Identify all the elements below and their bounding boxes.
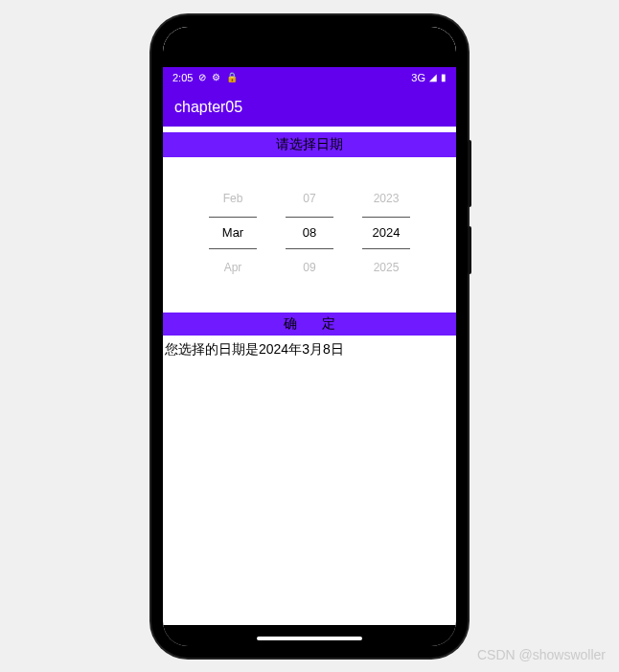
side-button (468, 140, 471, 207)
side-button (468, 226, 471, 274)
year-next[interactable]: 2025 (374, 255, 400, 280)
day-prev[interactable]: 07 (303, 186, 315, 211)
app-bar: chapter05 (163, 88, 456, 127)
confirm-button[interactable]: 确定 (163, 313, 456, 336)
lock-icon: 🔒 (226, 72, 238, 82)
status-bar: 2:05 ⊘ ⚙ 🔒 3G ◢ ▮ (163, 67, 456, 88)
status-network: 3G (411, 72, 425, 83)
nav-bar-handle[interactable] (257, 637, 362, 640)
year-prev[interactable]: 2023 (374, 186, 400, 211)
month-next[interactable]: Apr (224, 255, 242, 280)
year-selected[interactable]: 2024 (362, 217, 410, 249)
date-header: 请选择日期 (163, 132, 456, 157)
gear-icon: ⚙ (212, 72, 220, 82)
status-time: 2:05 (172, 72, 193, 83)
do-not-disturb-icon: ⊘ (198, 72, 206, 82)
month-prev[interactable]: Feb (223, 186, 243, 211)
signal-icon: ◢ (429, 72, 437, 82)
year-wheel[interactable]: 2023 2024 2025 (362, 186, 410, 280)
result-text: 您选择的日期是2024年3月8日 (163, 336, 456, 364)
battery-icon: ▮ (441, 72, 447, 82)
screen: 2:05 ⊘ ⚙ 🔒 3G ◢ ▮ chapter05 请选择日期 (163, 27, 456, 646)
app-title: chapter05 (174, 99, 242, 116)
watermark: CSDN @showswoller (477, 647, 606, 662)
phone-frame: 2:05 ⊘ ⚙ 🔒 3G ◢ ▮ chapter05 请选择日期 (151, 15, 468, 658)
month-selected[interactable]: Mar (209, 217, 257, 249)
month-wheel[interactable]: Feb Mar Apr (209, 186, 257, 280)
day-wheel[interactable]: 07 08 09 (286, 186, 333, 280)
day-selected[interactable]: 08 (286, 217, 333, 249)
date-picker[interactable]: Feb Mar Apr 07 08 09 2023 2024 2025 (163, 157, 456, 313)
day-next[interactable]: 09 (303, 255, 315, 280)
